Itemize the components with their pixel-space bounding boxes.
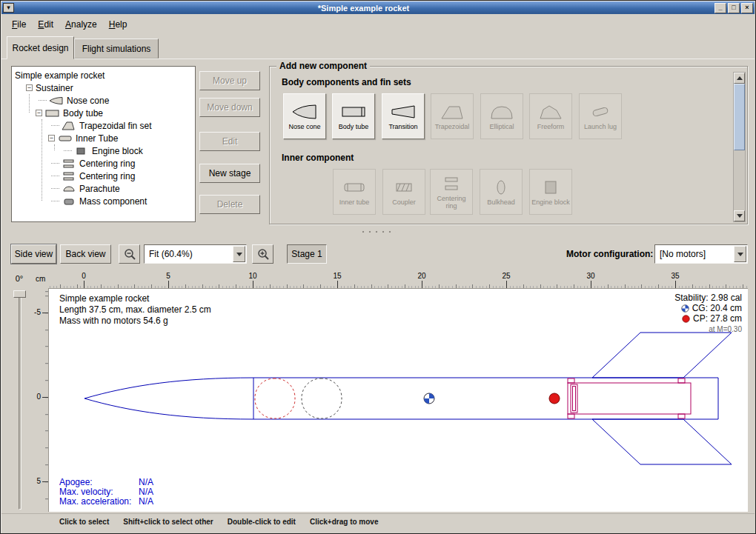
mass-component-icon [62,197,76,206]
new-stage-button[interactable]: New stage [199,164,260,183]
minimize-icon[interactable]: _ [714,3,726,13]
side-view-button[interactable]: Side view [11,244,56,264]
menu-file[interactable]: File [6,17,32,32]
zoom-select[interactable]: Fit (60.4%) [144,244,247,264]
collapse-icon[interactable]: − [26,84,33,91]
add-trapezoidal-fin-button[interactable]: Trapezoidal [431,93,474,139]
tree-item-nose-cone[interactable]: Nose cone [12,94,195,107]
scrollbar-thumb[interactable] [734,84,745,150]
component-button-label: Transition [388,123,417,130]
tree-item-label: Centering ring [79,171,135,181]
delete-button[interactable]: Delete [199,195,260,214]
add-inner-tube-button[interactable]: Inner tube [333,169,376,215]
engine-block-icon [537,178,564,196]
add-launch-lug-button[interactable]: Launch lug [579,93,622,139]
title-bar[interactable]: ▾ *Simple example rocket _ □ × [1,1,755,14]
system-menu-icon[interactable]: ▾ [3,3,14,13]
ruler-tick-label: 20 [412,272,431,280]
tree-connector [64,150,72,151]
flight-value: N/A [139,477,153,487]
centering-ring-icon [62,159,76,168]
tree-item-centering-ring-1[interactable]: Centering ring [12,157,195,170]
zoom-out-button[interactable] [119,244,140,264]
body-tube-icon [45,109,60,118]
add-elliptical-fin-button[interactable]: Elliptical [480,93,523,139]
rotation-slider-thumb[interactable] [13,290,26,298]
tree-item-label: Body tube [63,108,103,119]
inner-component-label: Inner component [282,153,354,163]
tab-rocket-design[interactable]: Rocket design [7,36,74,59]
rocket-canvas[interactable]: Simple example rocket Length 37.5 cm, ma… [48,288,748,512]
collapse-icon[interactable]: − [36,110,42,116]
ruler-tick-label: 15 [328,272,347,280]
tree-item-centering-ring-2[interactable]: Centering ring [12,170,195,182]
inner-tube-shape [568,383,691,414]
component-button-label: Coupler [392,198,416,206]
edit-button[interactable]: Edit [199,132,260,151]
mass-component-shape[interactable] [302,378,342,418]
move-down-button[interactable]: Move down [199,98,260,117]
scroll-down-icon[interactable] [734,210,745,221]
add-body-tube-button[interactable]: Body tube [332,93,375,139]
menu-analyze[interactable]: Analyze [59,17,103,32]
nose-cone-shape [84,378,253,419]
tree-item-sustainer[interactable]: − Sustainer [12,81,195,94]
add-centering-ring-button[interactable]: Centering ring [430,169,473,215]
inner-tube-icon [341,178,368,196]
add-nose-cone-button[interactable]: Nose cone [283,93,326,139]
menu-edit[interactable]: Edit [32,17,59,32]
collapse-icon[interactable]: − [48,135,55,141]
zoom-in-button[interactable] [252,244,273,264]
group-title: Add new component [276,61,370,71]
flight-label: Max. acceleration: [59,497,139,507]
tree-item-inner-tube[interactable]: − Inner Tube [12,132,195,144]
add-transition-button[interactable]: Transition [382,93,425,139]
chevron-down-icon[interactable] [233,246,245,262]
component-tree[interactable]: Simple example rocket − Sustainer Nose c… [11,66,196,222]
tree-item-engine-block[interactable]: Engine block [12,144,195,157]
tree-item-body-tube[interactable]: − Body tube [12,107,195,119]
stability-info: Stability: 2.98 cal CG: 20.4 cm CP: 27.8… [674,293,742,334]
cg-marker [424,393,434,404]
motor-mount-shapes[interactable] [568,378,691,418]
component-scrollbar[interactable] [733,72,746,222]
ruler-tick-label: 35 [666,272,685,280]
motor-configuration-value: [No motors] [655,245,733,263]
add-engine-block-button[interactable]: Engine block [529,169,572,215]
component-button-label: Inner tube [339,198,370,206]
tree-item-fin-set[interactable]: Trapezoidal fin set [12,119,195,132]
component-button-label: Body tube [339,123,369,130]
chevron-down-icon[interactable] [734,246,746,262]
ruler-tick-label: 10 [243,272,262,280]
rocket-name: Simple example rocket [59,293,211,304]
rotation-slider-track[interactable] [19,290,21,510]
add-freeform-fin-button[interactable]: Freeform [529,93,572,139]
trapezoidal-fin-icon [439,103,465,121]
rocket-outline[interactable] [84,333,732,464]
splitter-grip[interactable] [362,230,396,236]
freeform-fin-icon [537,103,564,121]
tree-item-label: Centering ring [79,158,135,169]
ruler-tick-label: 0 [74,272,93,280]
back-view-button[interactable]: Back view [60,244,111,264]
menu-help[interactable]: Help [103,17,133,32]
add-bulkhead-button[interactable]: Bulkhead [480,169,523,215]
add-coupler-button[interactable]: Coupler [382,169,425,215]
tree-item-mass-component[interactable]: Mass component [12,195,195,207]
scroll-up-icon[interactable] [734,73,745,84]
close-icon[interactable]: × [741,3,753,13]
tree-item-parachute[interactable]: Parachute [12,182,195,195]
component-button-label: Freeform [537,123,565,130]
maximize-icon[interactable]: □ [728,3,740,13]
centering-ring-shape [568,378,574,383]
body-tube-shape [253,378,718,419]
motor-configuration-select[interactable]: [No motors] [654,244,748,264]
tab-flight-simulations[interactable]: Flight simulations [74,39,159,59]
nose-cone-icon [291,103,318,121]
tree-item-rocket[interactable]: Simple example rocket [12,69,195,81]
parachute-shape[interactable] [255,378,295,418]
body-components-label: Body components and fin sets [282,77,411,87]
move-up-button[interactable]: Move up [199,71,260,90]
stage-1-toggle[interactable]: Stage 1 [287,244,327,264]
elliptical-fin-icon [488,103,515,121]
